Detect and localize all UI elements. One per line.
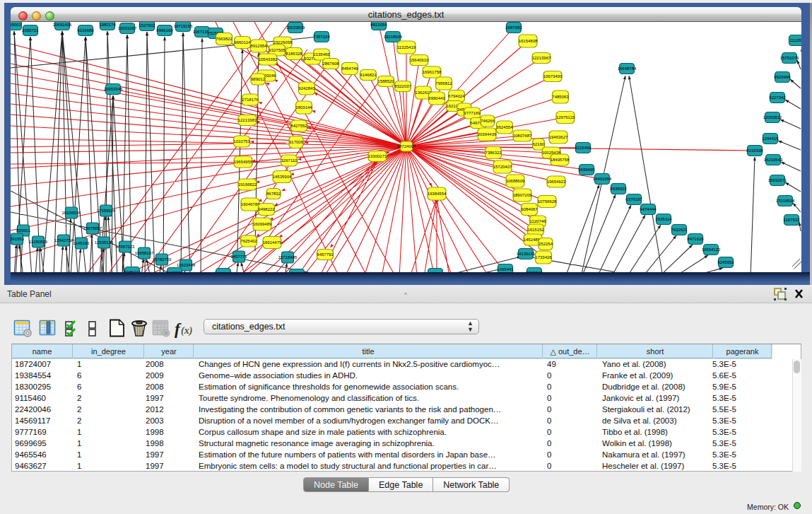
svg-text:10543382: 10543382 [259, 57, 278, 62]
svg-text:7357224: 7357224 [313, 35, 330, 39]
svg-text:19975857: 19975857 [83, 226, 102, 230]
svg-text:13300271: 13300271 [368, 154, 387, 158]
svg-text:20206536: 20206536 [62, 211, 81, 215]
svg-text:6379197: 6379197 [625, 197, 642, 201]
svg-text:10653267: 10653267 [118, 26, 137, 30]
svg-text:8186328: 8186328 [286, 52, 302, 56]
svg-text:8938923: 8938923 [610, 187, 627, 191]
svg-text:9227342: 9227342 [769, 95, 786, 100]
svg-text:9327505: 9327505 [269, 48, 286, 52]
svg-text:391551: 391551 [11, 237, 25, 241]
svg-text:12975115: 12975115 [556, 115, 575, 119]
svg-text:19166822: 19166822 [238, 182, 257, 187]
svg-text:15720407: 15720407 [493, 165, 512, 169]
svg-text:62160: 62160 [533, 142, 545, 146]
svg-text:9457791: 9457791 [317, 252, 334, 257]
svg-text:8215938: 8215938 [746, 148, 763, 153]
svg-text:6990443: 6990443 [428, 96, 445, 100]
svg-text:23226058: 23226058 [273, 40, 293, 45]
svg-text:1167533: 1167533 [784, 218, 801, 222]
svg-text:15751074: 15751074 [780, 56, 799, 60]
svg-text:8427552: 8427552 [290, 124, 307, 128]
svg-text:12505135: 12505135 [95, 240, 114, 245]
svg-text:9699695: 9699695 [578, 168, 595, 172]
svg-text:18495758: 18495758 [551, 158, 570, 162]
svg-text:867832: 867832 [266, 192, 281, 196]
svg-text:15640910: 15640910 [410, 58, 429, 62]
svg-text:10958107: 10958107 [135, 251, 154, 255]
svg-text:17957223: 17957223 [116, 245, 135, 249]
svg-text:10973493: 10973493 [543, 74, 563, 78]
svg-text:16782759: 16782759 [153, 257, 172, 262]
svg-text:12213383: 12213383 [238, 118, 257, 122]
svg-text:9242843: 9242843 [298, 86, 315, 90]
svg-text:12093822: 12093822 [763, 115, 782, 119]
svg-text:8322037: 8322037 [394, 84, 411, 88]
svg-text:9146821: 9146821 [360, 73, 377, 77]
svg-text:1733426: 1733426 [535, 255, 552, 259]
svg-text:2718176: 2718176 [242, 98, 259, 102]
svg-text:9474444: 9474444 [640, 207, 657, 211]
svg-text:3624554: 3624554 [496, 125, 513, 129]
svg-text:10033809: 10033809 [286, 25, 305, 30]
svg-text:1010753: 1010753 [233, 139, 250, 144]
svg-text:16961758: 16961758 [423, 70, 442, 74]
svg-text:11150829: 11150829 [29, 240, 47, 244]
svg-text:8454749: 8454749 [341, 66, 358, 71]
svg-text:(x): (x) [181, 325, 192, 337]
svg-text:19384554: 19384554 [428, 192, 447, 196]
svg-text:14535904: 14535904 [273, 175, 292, 179]
svg-text:9660124: 9660124 [234, 40, 251, 45]
svg-text:2055721: 2055721 [22, 28, 39, 33]
svg-text:10719155: 10719155 [174, 24, 193, 28]
svg-text:1244415: 1244415 [762, 136, 779, 141]
svg-text:9245652: 9245652 [717, 260, 734, 264]
svg-text:7632621: 7632621 [671, 228, 688, 232]
svg-text:252254: 252254 [539, 242, 553, 246]
svg-text:1120746: 1120746 [530, 219, 547, 223]
svg-text:19046786: 19046786 [241, 202, 260, 206]
svg-text:12942757: 12942757 [54, 238, 73, 243]
svg-text:917006: 917006 [289, 140, 304, 144]
svg-text:10807487: 10807487 [513, 134, 532, 138]
svg-text:19218906: 19218906 [384, 35, 403, 39]
svg-text:1615152: 1615152 [527, 228, 544, 232]
svg-text:14401954: 14401954 [593, 177, 612, 181]
svg-text:1065441: 1065441 [497, 267, 514, 271]
svg-text:19654955: 19654955 [234, 160, 253, 164]
svg-text:2135465: 2135465 [313, 52, 330, 57]
svg-text:16154808: 16154808 [519, 39, 538, 43]
svg-text:1145193: 1145193 [73, 241, 90, 245]
svg-text:989012: 989012 [251, 77, 266, 81]
svg-text:835001: 835001 [11, 23, 22, 27]
svg-text:11325419: 11325419 [397, 45, 416, 49]
svg-text:14136141: 14136141 [517, 252, 536, 256]
svg-text:19654923: 19654923 [547, 180, 566, 184]
svg-text:7386322: 7386322 [485, 151, 502, 155]
svg-text:20953346: 20953346 [104, 87, 123, 91]
svg-text:9457771: 9457771 [230, 255, 247, 259]
svg-text:2935114: 2935114 [656, 217, 673, 221]
svg-text:10688609: 10688609 [506, 179, 525, 183]
svg-text:9529966: 9529966 [774, 75, 791, 79]
svg-text:12923448: 12923448 [177, 263, 196, 267]
svg-text:1983174: 1983174 [99, 23, 116, 27]
svg-text:17016504: 17016504 [776, 199, 795, 203]
svg-text:2803144: 2803144 [295, 105, 312, 110]
svg-text:8912954: 8912954 [250, 44, 267, 48]
svg-text:7485063: 7485063 [552, 95, 569, 99]
svg-text:16099489: 16099489 [253, 222, 272, 226]
svg-text:10756928: 10756928 [538, 199, 557, 204]
svg-text:746266: 746266 [481, 119, 495, 123]
svg-text:16210643: 16210643 [764, 158, 783, 162]
svg-text:1588520: 1588520 [377, 79, 394, 83]
svg-text:2087682: 2087682 [505, 25, 522, 30]
svg-text:19463627: 19463627 [549, 135, 568, 139]
svg-text:835001: 835001 [16, 228, 31, 233]
svg-text:6794024: 6794024 [448, 94, 465, 98]
svg-text:9084067: 9084067 [521, 207, 538, 211]
svg-text:9115460: 9115460 [575, 146, 592, 150]
svg-text:3267110: 3267110 [281, 158, 298, 163]
svg-text:15692971: 15692971 [768, 178, 787, 182]
svg-text:10654122: 10654122 [702, 247, 721, 252]
